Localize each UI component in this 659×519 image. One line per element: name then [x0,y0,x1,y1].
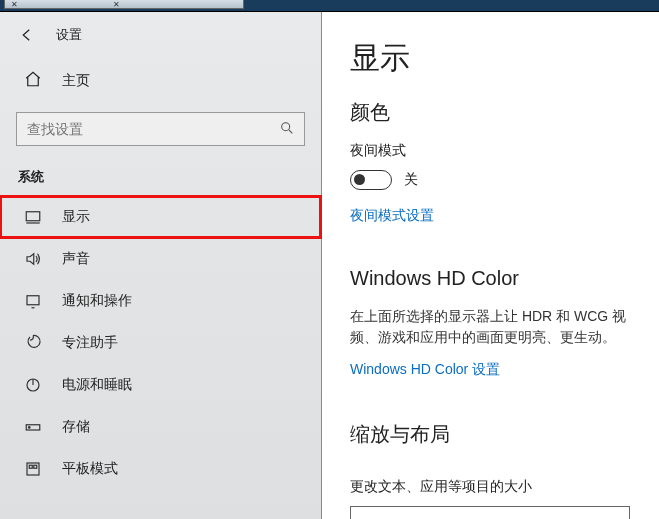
home-label: 主页 [62,72,90,90]
home-button[interactable]: 主页 [0,60,321,102]
sidebar-item-notifications[interactable]: 通知和操作 [0,280,321,322]
titlebar: 设置 [0,20,321,60]
sidebar-item-label: 电源和睡眠 [62,376,132,394]
focus-assist-icon [24,334,42,352]
sidebar: 设置 主页 系统 显示 声音 [0,12,322,519]
night-light-toggle[interactable] [350,170,392,190]
background-tab-peek: ✕✕ [4,0,244,9]
scale-select[interactable] [350,506,630,519]
sidebar-item-storage[interactable]: 存储 [0,406,321,448]
window-top-strip: ✕✕ [0,0,659,12]
sidebar-item-label: 显示 [62,208,90,226]
scale-description: 更改文本、应用等项目的大小 [350,478,659,496]
sidebar-item-display[interactable]: 显示 [0,196,321,238]
page-title: 显示 [350,38,659,79]
display-icon [24,208,42,226]
search-container [16,112,305,146]
section-hd-color: Windows HD Color [350,267,659,290]
sidebar-item-focus-assist[interactable]: 专注助手 [0,322,321,364]
night-light-settings-link[interactable]: 夜间模式设置 [350,207,434,225]
night-light-state: 关 [404,171,418,189]
svg-point-5 [29,427,31,429]
hd-color-description: 在上面所选择的显示器上让 HDR 和 WCG 视频、游戏和应用中的画面更明亮、更… [350,306,650,348]
night-light-label: 夜间模式 [350,142,659,160]
storage-icon [24,418,42,436]
back-button[interactable] [16,24,38,46]
app-title: 设置 [56,26,82,44]
svg-rect-1 [26,212,40,221]
section-scale-layout: 缩放与布局 [350,421,659,448]
sidebar-item-power-sleep[interactable]: 电源和睡眠 [0,364,321,406]
sidebar-item-label: 声音 [62,250,90,268]
svg-rect-7 [29,465,32,468]
section-title-system: 系统 [0,164,321,196]
main-content: 显示 颜色 夜间模式 关 夜间模式设置 Windows HD Color 在上面… [322,12,659,519]
home-icon [24,70,42,92]
arrow-left-icon [18,26,36,44]
tablet-icon [24,460,42,478]
notifications-icon [24,292,42,310]
sound-icon [24,250,42,268]
sidebar-item-sound[interactable]: 声音 [0,238,321,280]
search-input[interactable] [16,112,305,146]
section-color: 颜色 [350,99,659,126]
svg-rect-8 [34,465,37,468]
sidebar-item-label: 通知和操作 [62,292,132,310]
power-icon [24,376,42,394]
sidebar-item-label: 存储 [62,418,90,436]
sidebar-item-label: 专注助手 [62,334,118,352]
sidebar-item-tablet-mode[interactable]: 平板模式 [0,448,321,490]
toggle-knob [354,174,365,185]
sidebar-item-label: 平板模式 [62,460,118,478]
svg-rect-2 [27,296,39,305]
hd-color-settings-link[interactable]: Windows HD Color 设置 [350,361,500,379]
